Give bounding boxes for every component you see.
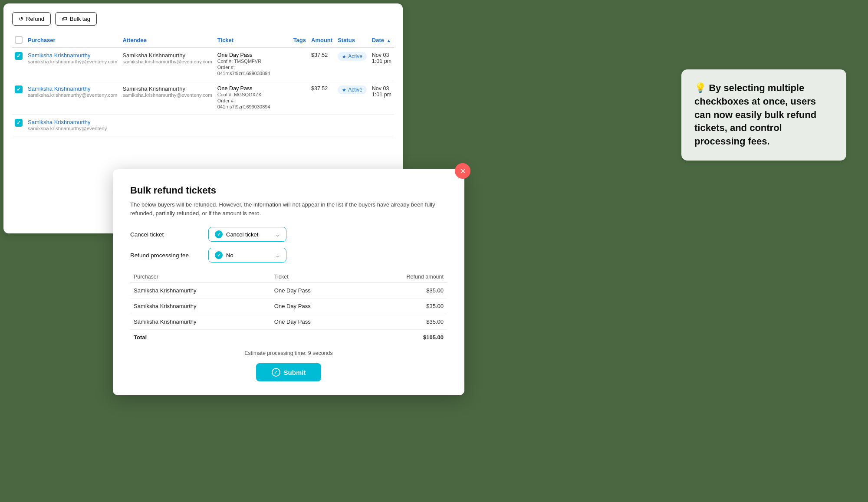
refund-fee-row: Refund processing fee No ⌄ xyxy=(130,248,447,262)
refund-amount-2: $35.00 xyxy=(358,299,447,314)
col-ticket[interactable]: Ticket xyxy=(217,37,233,43)
row1-amount: $37.52 xyxy=(309,48,335,81)
refund-ticket-1: One Day Pass xyxy=(271,283,358,299)
table-row: Samiksha Krishnamurthy samiksha.krishnam… xyxy=(12,115,394,136)
row2-attendee-email: samiksha.krishnamurthy@eventeny.com xyxy=(122,92,212,98)
close-icon: ✕ xyxy=(460,167,466,175)
col-status[interactable]: Status xyxy=(338,37,355,43)
cancel-ticket-select[interactable]: Cancel ticket ⌄ xyxy=(208,227,286,242)
cancel-ticket-check xyxy=(215,230,223,238)
modal-title: Bulk refund tickets xyxy=(130,185,447,196)
refund-ticket-2: One Day Pass xyxy=(271,299,358,314)
table-row: Samiksha Krishnamurthy samiksha.krishnam… xyxy=(12,81,394,115)
star-icon: ★ xyxy=(342,87,346,93)
processing-time: Estimate processing time: 9 seconds xyxy=(130,350,447,356)
select-all-checkbox[interactable] xyxy=(15,36,23,44)
row2-status-badge: ★ Active xyxy=(338,85,367,94)
refund-button[interactable]: ↺ Refund xyxy=(12,12,51,26)
row3-purchaser-email: samiksha.krishnamurthy@eventeny xyxy=(28,126,107,131)
bulk-tag-button[interactable]: 🏷 Bulk tag xyxy=(55,12,97,26)
row1-ticket-name: One Day Pass xyxy=(217,52,253,58)
refund-col-amount: Refund amount xyxy=(358,271,447,283)
refund-col-purchaser: Purchaser xyxy=(130,271,271,283)
refund-amount-1: $35.00 xyxy=(358,283,447,299)
toolbar: ↺ Refund 🏷 Bulk tag xyxy=(12,12,394,26)
col-tags[interactable]: Tags xyxy=(293,37,306,43)
submit-label: Submit xyxy=(284,369,306,376)
chevron-down-icon: ⌄ xyxy=(275,231,280,238)
refund-fee-select[interactable]: No ⌄ xyxy=(208,248,286,262)
bulk-tag-label: Bulk tag xyxy=(70,16,90,22)
row1-attendee-email: samiksha.krishnamurthy@eventeny.com xyxy=(122,59,212,64)
cancel-ticket-row: Cancel ticket Cancel ticket ⌄ xyxy=(130,227,447,242)
row1-checkbox[interactable] xyxy=(15,52,23,60)
row2-purchaser-name: Samiksha Krishnamurthy xyxy=(28,85,117,92)
submit-button[interactable]: ✓ Submit xyxy=(256,363,322,381)
row3-purchaser-name: Samiksha Krishnamurthy xyxy=(28,119,117,125)
row2-ticket-order: Order #: 041rns7t9zrl1699030894 xyxy=(217,98,270,109)
row3-checkbox[interactable] xyxy=(15,119,23,127)
refund-row: Samiksha Krishnamurthy One Day Pass $35.… xyxy=(130,299,447,314)
ticket-table: Purchaser Attendee Ticket Tags Amount St… xyxy=(12,33,394,136)
row2-status: Active xyxy=(348,87,362,93)
sort-arrow: ▲ xyxy=(387,38,391,43)
row2-attendee-name: Samiksha Krishnamurthy xyxy=(122,85,212,92)
row2-checkbox[interactable] xyxy=(15,85,23,93)
row2-purchaser-email: samiksha.krishnamurthy@eventeny.com xyxy=(28,92,117,98)
refund-total-row: Total $105.00 xyxy=(130,330,447,345)
col-purchaser[interactable]: Purchaser xyxy=(28,37,56,43)
row1-date: Nov 03 1:01 pm xyxy=(369,48,394,81)
refund-table: Purchaser Ticket Refund amount Samiksha … xyxy=(130,271,447,345)
row2-date: Nov 03 1:01 pm xyxy=(369,81,394,115)
row1-purchaser-name: Samiksha Krishnamurthy xyxy=(28,52,117,59)
col-date[interactable]: Date xyxy=(372,37,384,43)
refund-purchaser-1: Samiksha Krishnamurthy xyxy=(130,283,271,299)
refund-fee-check xyxy=(215,251,223,259)
tag-icon: 🏷 xyxy=(62,16,67,22)
table-row: Samiksha Krishnamurthy samiksha.krishnam… xyxy=(12,48,394,81)
refund-purchaser-3: Samiksha Krishnamurthy xyxy=(130,314,271,330)
modal-close-button[interactable]: ✕ xyxy=(455,163,470,179)
row2-ticket-name: One Day Pass xyxy=(217,85,253,92)
row1-ticket-conf: Conf #: TMSQMFVR xyxy=(217,59,261,64)
refund-fee-label: Refund processing fee xyxy=(130,252,200,259)
total-label: Total xyxy=(130,330,271,345)
row1-attendee-name: Samiksha Krishnamurthy xyxy=(122,52,212,59)
row1-purchaser-email: samiksha.krishnamurthy@eventeny.com xyxy=(28,59,117,64)
row1-status: Active xyxy=(348,53,362,59)
refund-row: Samiksha Krishnamurthy One Day Pass $35.… xyxy=(130,283,447,299)
cancel-ticket-label: Cancel ticket xyxy=(130,231,200,238)
star-icon: ★ xyxy=(342,54,346,59)
tooltip-text: By selecting multiple checkboxes at once… xyxy=(694,82,816,147)
row2-ticket-conf: Conf #: MGSQGXZK xyxy=(217,92,262,97)
row1-ticket-order: Order #: 041rns7t9zrl1699030894 xyxy=(217,65,270,76)
refund-icon: ↺ xyxy=(19,16,23,22)
tooltip-bubble: 💡 By selecting multiple checkboxes at on… xyxy=(681,69,846,161)
cancel-ticket-value: Cancel ticket xyxy=(226,231,258,238)
refund-label: Refund xyxy=(26,16,44,22)
tooltip-icon: 💡 xyxy=(694,82,706,93)
col-attendee[interactable]: Attendee xyxy=(122,37,147,43)
col-amount[interactable]: Amount xyxy=(311,37,332,43)
row2-amount: $37.52 xyxy=(309,81,335,115)
refund-amount-3: $35.00 xyxy=(358,314,447,330)
total-amount: $105.00 xyxy=(358,330,447,345)
refund-fee-value: No xyxy=(226,252,233,259)
refund-col-ticket: Ticket xyxy=(271,271,358,283)
modal: ✕ Bulk refund tickets The below buyers w… xyxy=(113,169,464,395)
refund-row: Samiksha Krishnamurthy One Day Pass $35.… xyxy=(130,314,447,330)
row1-status-badge: ★ Active xyxy=(338,52,367,61)
modal-description: The below buyers will be refunded. Howev… xyxy=(130,200,447,217)
chevron-down-icon: ⌄ xyxy=(275,252,280,259)
refund-ticket-3: One Day Pass xyxy=(271,314,358,330)
refund-purchaser-2: Samiksha Krishnamurthy xyxy=(130,299,271,314)
submit-icon: ✓ xyxy=(272,368,280,377)
